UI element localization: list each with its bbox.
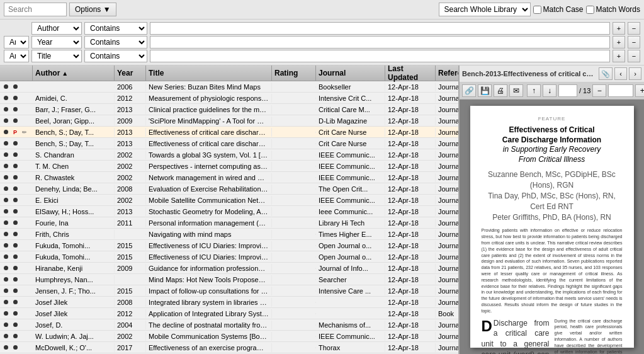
attachment-dot-icon[interactable] [11,241,20,250]
attachment-dot-icon[interactable] [11,162,20,171]
attachment-dot-icon[interactable] [11,151,20,159]
pdf-prev-btn[interactable]: ‹ [614,67,627,80]
pdf-next-btn[interactable]: › [629,67,641,80]
attachment-dot-icon[interactable] [11,94,20,103]
table-row[interactable]: E. Ekici2002Mobile Satellite Communicati… [0,195,458,206]
col-header-journal[interactable]: Journal [316,66,385,81]
attachment-dot-icon[interactable] [11,83,20,91]
filter-3-value[interactable] [150,50,610,62]
attachment-dot-icon[interactable] [11,343,20,352]
read-dot-icon[interactable] [1,343,10,352]
col-header-rating[interactable]: Rating [272,66,316,81]
table-row[interactable]: Josef, D.2004The decline of postnatal mo… [0,319,458,331]
table-row[interactable]: Frith, ChrisNavigating with mind mapsTim… [0,229,458,240]
table-row[interactable]: Denehy, Linda; Be...2008Evaluation of Ex… [0,183,458,195]
filter-1-condition[interactable]: Contains [84,22,147,35]
read-dot-icon[interactable] [1,264,10,273]
pdf-page-input[interactable]: 1 [558,84,577,97]
attachment-dot-icon[interactable] [11,139,20,148]
attachment-dot-icon[interactable] [11,298,20,307]
table-row[interactable]: Amidei, C.2012Measurement of physiologic… [0,93,458,104]
read-dot-icon[interactable] [1,321,10,329]
pdf-zoom-input[interactable]: 63% [608,84,633,97]
filter-2-remove[interactable]: − [628,36,640,49]
filter-3-field[interactable]: Title [31,50,82,62]
attachment-dot-icon[interactable] [11,219,20,227]
read-dot-icon[interactable] [1,230,10,239]
filter-1-add[interactable]: + [613,22,625,35]
col-header-author[interactable]: Author ▲ [33,66,115,81]
pdf-attach-btn[interactable]: 📎 [599,67,613,80]
table-row[interactable]: Josef Jilek2012Application of Integrated… [0,308,458,319]
table-row[interactable]: 2006New Series: Buzan Bites Mind MapsBoo… [0,81,458,93]
read-dot-icon[interactable] [1,196,10,205]
attachment-dot-icon[interactable] [11,253,20,261]
pdf-content[interactable]: Feature Effectiveness of Critical Care D… [460,100,644,354]
read-dot-icon[interactable] [1,332,10,341]
table-row[interactable]: McDowell, K.; O'...2017Effectiveness of … [0,342,458,353]
pdf-save-btn[interactable]: 💾 [478,84,492,97]
table-row[interactable]: Jensen, J. F.; Tho...2015Impact of follo… [0,285,458,297]
search-whole-select[interactable]: Search Whole Library [439,3,531,16]
col-header-title[interactable]: Title [146,66,272,81]
filter-1-field[interactable]: Author [31,22,82,35]
table-row[interactable]: R. Chwastek2002Network management in wir… [0,172,458,183]
table-row[interactable]: Barr, J.; Fraser, G...2013Clinical pract… [0,104,458,115]
pdf-up-btn[interactable]: ↑ [527,84,541,97]
match-case-label[interactable]: Match Case [533,5,584,14]
filter-3-conjunction[interactable]: And [4,50,29,62]
read-dot-icon[interactable] [1,151,10,159]
filter-1-remove[interactable]: − [628,22,640,35]
read-dot-icon[interactable] [1,253,10,261]
filter-1-value[interactable] [150,22,610,35]
read-dot-icon[interactable] [1,117,10,125]
filter-2-value[interactable] [150,36,610,49]
read-dot-icon[interactable] [1,173,10,182]
read-dot-icon[interactable] [1,94,10,103]
attachment-dot-icon[interactable] [11,332,20,341]
attachment-dot-icon[interactable] [11,321,20,329]
table-row[interactable]: Humphreys, Nan...Mind Maps: Hot New Tool… [0,274,458,285]
match-case-checkbox[interactable] [533,6,541,14]
col-header-year[interactable]: Year [115,66,146,81]
read-dot-icon[interactable] [1,207,10,216]
table-body[interactable]: 2006New Series: Buzan Bites Mind MapsBoo… [0,81,458,354]
attachment-dot-icon[interactable] [11,264,20,273]
filter-2-field[interactable]: Year [31,36,82,49]
col-header-reftype[interactable]: Reference Type [436,66,460,81]
attachment-dot-icon[interactable] [11,105,20,114]
table-row[interactable]: T. M. Chen2002Perspectives - internet co… [0,161,458,172]
filter-3-add[interactable]: + [613,50,625,62]
read-dot-icon[interactable] [1,275,10,284]
attachment-dot-icon[interactable] [11,173,20,182]
attachment-dot-icon[interactable] [11,230,20,239]
read-dot-icon[interactable] [1,139,10,148]
table-row[interactable]: Fukuda, Tomohi...2015Effectiveness of IC… [0,240,458,251]
pdf-down-btn[interactable]: ↓ [543,84,556,97]
filter-2-add[interactable]: + [613,36,625,49]
table-row[interactable]: Beel, Joran; Gipp...2009'SciPlore MindMa… [0,115,458,127]
read-dot-icon[interactable] [1,287,10,295]
filter-2-conjunction[interactable]: And [4,36,29,49]
table-row[interactable]: W. Ludwin; A. Jaj...2002Mobile Communica… [0,331,458,342]
table-row[interactable]: Josef Jilek2008Integrated library system… [0,297,458,308]
filter-3-condition[interactable]: Contains [84,50,147,62]
attachment-dot-icon[interactable] [11,275,20,284]
table-row[interactable]: Hiranabe, Kenji2009Guidance for informat… [0,263,458,274]
attachment-dot-icon[interactable] [11,309,20,318]
search-input[interactable] [4,3,67,16]
match-words-checkbox[interactable] [586,6,594,14]
table-row[interactable]: ElSawy, H.; Hoss...2013Stochastic Geomet… [0,206,458,217]
read-dot-icon[interactable] [1,128,10,137]
attachment-dot-icon[interactable] [11,287,20,295]
pdf-open-btn[interactable]: 🔗 [462,84,476,97]
table-row[interactable]: Fourie, Ina2011Personal information mana… [0,217,458,229]
filter-2-condition[interactable]: Contains [84,36,147,49]
pdf-icon[interactable]: P [11,128,20,137]
table-row[interactable]: P✏Bench, S.; Day, T...2013Effectiveness … [0,127,458,138]
read-dot-icon[interactable] [1,241,10,250]
table-row[interactable]: S. Chandran2002Towards a global 3G syste… [0,149,458,161]
table-row[interactable]: Bench, S.; Day, T...2013Effectiveness of… [0,138,458,149]
match-words-label[interactable]: Match Words [586,5,640,14]
read-dot-icon[interactable] [1,309,10,318]
